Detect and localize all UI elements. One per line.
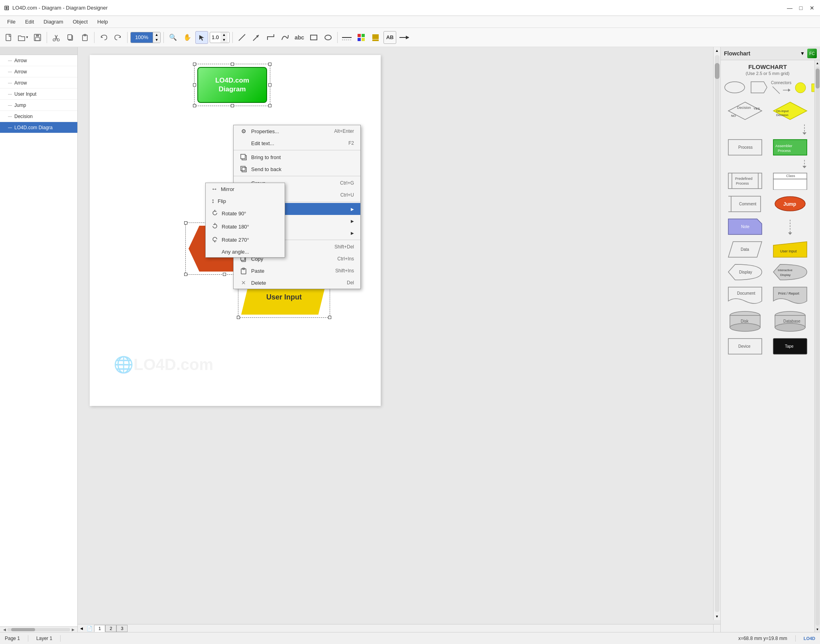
left-item-user-input[interactable]: User Input <box>0 89 77 100</box>
device-shape-item[interactable]: Device <box>723 336 767 357</box>
rect-tool-button[interactable] <box>307 31 320 44</box>
redo-button[interactable] <box>112 31 124 44</box>
zoom-control[interactable]: 100% ▲ ▼ <box>130 32 161 43</box>
menu-help[interactable]: Help <box>93 17 112 26</box>
color-palette-button[interactable] <box>355 31 368 44</box>
predefined-process-item[interactable]: Predefined Process <box>723 170 767 192</box>
canvas-area[interactable]: 🌐LO4D.com LO4D.comDiagram <box>78 47 720 632</box>
scroll-pages-left[interactable]: ◀ <box>78 625 85 632</box>
sub-flip[interactable]: ↕ Flip <box>206 195 285 207</box>
assembler-process-item[interactable]: Assembler Process <box>769 136 812 158</box>
left-item-arrow-3[interactable]: Arrow <box>0 77 77 89</box>
zoom-input[interactable]: 100% <box>131 32 153 43</box>
sub-rotate270[interactable]: Rotate 270° <box>206 233 285 246</box>
handle-br[interactable] <box>268 104 271 107</box>
disk-shape-item[interactable]: Disk <box>723 309 767 334</box>
jump-handle-bl[interactable] <box>184 273 187 276</box>
ui-handle-br[interactable] <box>328 316 331 319</box>
menu-file[interactable]: File <box>3 17 20 26</box>
maximize-button[interactable]: □ <box>797 4 805 12</box>
scrollbar-thumb[interactable] <box>11 628 35 631</box>
close-button[interactable]: ✕ <box>808 4 816 12</box>
user-input-panel-item[interactable]: User Input <box>769 239 812 260</box>
class-shape-item[interactable]: Class <box>769 170 812 192</box>
connector-arrow-right[interactable] <box>782 86 791 96</box>
undo-button[interactable] <box>97 31 110 44</box>
line-style-button[interactable] <box>340 31 353 44</box>
copy-toolbar-button[interactable] <box>64 31 77 44</box>
line-width-up[interactable]: ▲ <box>220 32 228 37</box>
scrollbar-track[interactable] <box>7 628 70 631</box>
yellow-pentagon-item[interactable] <box>810 81 814 96</box>
connector-tool-button[interactable] <box>264 31 277 44</box>
cut-toolbar-button[interactable] <box>50 31 63 44</box>
sub-any-angle[interactable]: Any angle... <box>206 246 285 257</box>
v-scroll-thumb[interactable] <box>715 63 720 79</box>
display-shape-item[interactable]: Display <box>723 262 767 283</box>
ctx-edit-text[interactable]: Edit text... F2 <box>234 137 360 149</box>
handle-tl[interactable] <box>193 63 196 66</box>
jump-handle-tl[interactable] <box>184 221 187 225</box>
line-tool-button[interactable] <box>236 31 248 44</box>
save-button[interactable] <box>31 31 44 44</box>
new-button[interactable] <box>2 31 15 44</box>
menu-object[interactable]: Object <box>69 17 92 26</box>
tape-shape-item[interactable]: Tape <box>769 336 812 357</box>
left-item-arrow-1[interactable]: Arrow <box>0 55 77 66</box>
comment-shape-item[interactable]: Comment <box>723 193 767 215</box>
sub-rotate180[interactable]: Rotate 180° <box>206 220 285 233</box>
page-tab-3[interactable]: 3 <box>116 625 128 632</box>
jump-handle-bc[interactable] <box>223 273 226 276</box>
paste-toolbar-button[interactable] <box>79 31 91 44</box>
right-scroll-down[interactable]: ▼ <box>815 626 820 632</box>
search-tool-button[interactable]: 🔍 <box>167 31 179 44</box>
sub-mirror[interactable]: ↔ Mirror <box>206 183 285 195</box>
minimize-button[interactable]: — <box>786 4 794 12</box>
ctx-paste[interactable]: Paste Shift+Ins <box>234 265 360 277</box>
decision-shape-item[interactable]: Decision YES NO <box>723 99 767 123</box>
interactive-display-item[interactable]: Interactive Display <box>769 262 812 283</box>
ellipse-tool-button[interactable] <box>322 31 334 44</box>
pan-tool-button[interactable]: ✋ <box>181 31 194 44</box>
left-item-jump[interactable]: Jump <box>0 100 77 111</box>
connector-straight[interactable] <box>772 86 781 96</box>
line-width-down[interactable]: ▼ <box>220 37 228 43</box>
data-shape-item[interactable]: Data <box>723 239 767 260</box>
handle-bc[interactable] <box>231 104 234 107</box>
page-tab-2[interactable]: 2 <box>105 625 116 632</box>
green-rect-shape[interactable]: LO4D.comDiagram <box>197 67 267 103</box>
right-scroll-thumb[interactable] <box>816 69 820 89</box>
left-item-lo4d[interactable]: LO4D.com Diagra <box>0 122 77 133</box>
yellow-circle-item[interactable] <box>794 81 807 96</box>
text-tool-button[interactable]: abc <box>293 31 306 44</box>
zoom-up-button[interactable]: ▲ <box>153 32 160 37</box>
pentagon-shape-item[interactable] <box>749 80 769 97</box>
print-report-item[interactable]: Print / Report <box>769 284 812 307</box>
open-dropdown-button[interactable]: ▼ <box>17 31 29 44</box>
database-shape-item[interactable]: Database <box>769 309 812 334</box>
ctx-send-back[interactable]: Send to back <box>234 163 360 175</box>
v-scroll-track[interactable] <box>715 55 720 612</box>
ctx-delete[interactable]: ✕ Delete Del <box>234 277 360 289</box>
handle-ml[interactable] <box>193 83 196 87</box>
menu-edit[interactable]: Edit <box>21 17 38 26</box>
note-shape-item[interactable]: Note <box>723 216 767 237</box>
ctx-properties[interactable]: ⚙ Properties... Alt+Enter <box>234 125 360 137</box>
handle-tc[interactable] <box>231 63 234 66</box>
scroll-left-button[interactable]: ◀ <box>2 627 7 632</box>
fill-color-button[interactable] <box>369 31 382 44</box>
document-shape-item[interactable]: Document <box>723 284 767 307</box>
scroll-up-button[interactable]: ▲ <box>714 47 721 54</box>
bezier-tool-button[interactable] <box>279 31 291 44</box>
zoom-down-button[interactable]: ▼ <box>153 37 160 43</box>
line-end-button[interactable] <box>398 31 411 44</box>
oval-shape-item[interactable] <box>723 80 747 97</box>
sub-rotate90[interactable]: Rotate 90° <box>206 207 285 220</box>
page-tab-1[interactable]: 1 <box>94 625 105 632</box>
right-scroll-track[interactable] <box>816 67 820 626</box>
on-input-decision-item[interactable]: On-Input Decision <box>769 99 812 123</box>
panel-dropdown-arrow[interactable]: ▼ <box>800 51 805 56</box>
scroll-down-button[interactable]: ▼ <box>714 613 721 620</box>
ui-handle-bl[interactable] <box>237 316 240 319</box>
left-item-decision[interactable]: Decision <box>0 111 77 122</box>
